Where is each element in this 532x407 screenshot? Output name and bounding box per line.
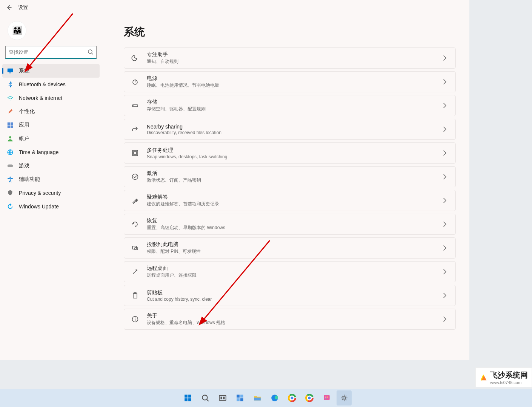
setting-card-clipboard[interactable]: 剪贴板Cut and copy history, sync, clear [124, 285, 456, 306]
sidebar-item-label: 辅助功能 [19, 176, 40, 183]
card-title: 电源 [147, 75, 441, 82]
taskbar-start[interactable] [180, 390, 195, 405]
recover-icon [131, 220, 139, 228]
svg-point-52 [343, 397, 346, 399]
watermark-logo-icon [480, 373, 488, 382]
taskbar-chrome1[interactable] [284, 390, 300, 405]
setting-card-storage[interactable]: 存储存储空间、驱动器、配置规则 [124, 95, 456, 116]
sidebar-item-gamepad[interactable]: 游戏 [2, 159, 100, 173]
svg-rect-14 [132, 150, 138, 156]
svg-rect-2 [9, 73, 11, 73]
setting-card-wrench[interactable]: 疑难解答建议的疑难解答、首选项和历史记录 [124, 190, 456, 211]
sidebar-item-apps[interactable]: 应用 [2, 118, 100, 132]
search-input[interactable] [5, 46, 97, 59]
sidebar-item-bluetooth[interactable]: Bluetooth & devices [2, 78, 100, 91]
svg-rect-25 [188, 395, 191, 398]
remote-icon [131, 268, 139, 276]
taskbar-chrome2[interactable] [302, 390, 317, 405]
setting-card-remote[interactable]: 远程桌面远程桌面用户、连接权限 [124, 261, 456, 282]
sidebar: 👨‍👩‍👧 系统Bluetooth & devicesNetwork & int… [0, 15, 102, 360]
svg-rect-18 [135, 248, 138, 250]
svg-rect-29 [219, 395, 226, 400]
widgets-icon [236, 394, 244, 402]
settings-icon [340, 394, 348, 402]
setting-card-project[interactable]: 投影到此电脑权限、配对 PIN、可发现性 [124, 237, 456, 259]
settings-window: 设置 👨‍👩‍👧 系统Bluetooth & devicesNetwork & … [0, 0, 469, 360]
nav-list: 系统Bluetooth & devicesNetwork & internet个… [2, 64, 100, 213]
main-content: 系统 专注助手通知、自动规则电源睡眠、电池使用情况、节省电池电量存储存储空间、驱… [102, 15, 469, 360]
card-subtitle: 存储空间、驱动器、配置规则 [147, 106, 441, 112]
sidebar-item-person[interactable]: 帐户 [2, 132, 100, 145]
multitask-icon [131, 149, 139, 157]
taskbar-search[interactable] [198, 390, 213, 405]
card-title: 关于 [147, 312, 441, 319]
svg-rect-27 [188, 398, 191, 401]
wifi-icon [7, 95, 14, 101]
svg-rect-30 [221, 397, 222, 399]
sidebar-item-label: 应用 [19, 122, 29, 129]
card-title: 投影到此电脑 [147, 241, 441, 248]
card-title: Nearby sharing [147, 124, 441, 130]
svg-point-49 [325, 396, 326, 398]
svg-point-51 [325, 398, 326, 399]
sidebar-item-brush[interactable]: 个性化 [2, 105, 100, 118]
svg-rect-34 [237, 398, 240, 401]
svg-rect-3 [8, 122, 10, 125]
taskbar-paint[interactable] [319, 390, 334, 405]
chevron-right-icon [441, 149, 449, 157]
setting-card-moon[interactable]: 专注助手通知、自动规则 [124, 47, 456, 69]
setting-card-power[interactable]: 电源睡眠、电池使用情况、节省电池电量 [124, 71, 456, 92]
taskbar [0, 389, 532, 407]
svg-rect-48 [324, 395, 329, 400]
card-subtitle: 通知、自动规则 [147, 58, 441, 65]
sidebar-item-wifi[interactable]: Network & internet [2, 91, 100, 105]
setting-card-share[interactable]: Nearby sharingDiscoverability, received … [124, 119, 456, 140]
sidebar-item-globe[interactable]: Time & language [2, 145, 100, 159]
chevron-right-icon [441, 197, 449, 204]
sidebar-item-label: 帐户 [19, 135, 29, 142]
sidebar-item-label: 游戏 [19, 162, 29, 169]
setting-card-multitask[interactable]: 多任务处理Snap windows, desktops, task switch… [124, 142, 456, 164]
sidebar-item-update[interactable]: Windows Update [2, 200, 100, 213]
sidebar-item-shield[interactable]: Privacy & security [2, 186, 100, 200]
svg-rect-24 [185, 395, 188, 398]
bluetooth-icon [7, 81, 14, 88]
svg-rect-33 [240, 395, 243, 398]
back-button[interactable] [5, 3, 14, 12]
sidebar-item-accessibility[interactable]: 辅助功能 [2, 173, 100, 186]
setting-card-recover[interactable]: 恢复重置、高级启动、早期版本的 Windows [124, 214, 456, 235]
taskbar-explorer[interactable] [250, 390, 265, 405]
svg-point-0 [88, 50, 92, 54]
setting-card-check[interactable]: 激活激活状态、订阅、产品密钥 [124, 166, 456, 187]
sidebar-item-label: Time & language [19, 149, 58, 155]
svg-point-28 [202, 395, 207, 400]
svg-rect-31 [223, 397, 224, 399]
taskbar-edge[interactable] [267, 390, 282, 405]
user-avatar[interactable]: 👨‍👩‍👧 [8, 21, 26, 40]
paint-icon [323, 394, 331, 402]
sidebar-item-monitor[interactable]: 系统 [2, 64, 100, 78]
gamepad-icon [7, 162, 14, 169]
taskbar-taskview[interactable] [215, 390, 230, 405]
sidebar-item-label: Network & internet [19, 95, 62, 101]
wrench-icon [131, 196, 139, 205]
taskbar-widgets[interactable] [232, 390, 248, 405]
svg-point-7 [9, 136, 11, 139]
setting-card-info[interactable]: 关于设备规格、重命名电脑、Windows 规格 [124, 309, 456, 330]
svg-rect-4 [11, 122, 13, 125]
chrome1-icon [288, 394, 296, 402]
chevron-right-icon [441, 292, 449, 299]
card-title: 存储 [147, 99, 441, 106]
card-subtitle: Snap windows, desktops, task switching [147, 154, 441, 159]
person-icon [7, 135, 14, 142]
card-title: 剪贴板 [147, 289, 441, 296]
sidebar-item-label: Privacy & security [19, 190, 61, 196]
moon-icon [131, 54, 139, 62]
card-title: 多任务处理 [147, 147, 441, 154]
svg-point-42 [291, 396, 293, 399]
accessibility-icon [7, 176, 14, 183]
chevron-right-icon [441, 125, 449, 133]
taskbar-settings[interactable] [337, 390, 352, 405]
clipboard-icon [131, 291, 139, 300]
start-icon [184, 394, 192, 402]
